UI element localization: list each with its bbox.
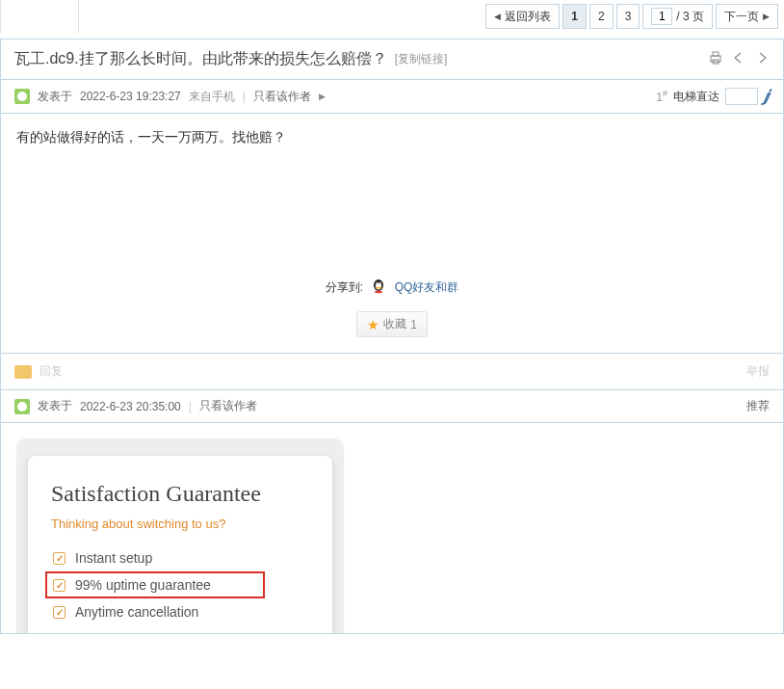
post1-meta-prefix: 发表于 <box>38 89 72 105</box>
satisfaction-item-label: 99% uptime guarantee <box>75 577 211 593</box>
thread-container: 瓦工.dc9.挂了那么长时间。由此带来的损失怎么赔偿？ [复制链接] 发表于 2… <box>0 39 784 634</box>
page-goto-input[interactable] <box>651 8 672 25</box>
post2-body: Satisfaction Guarantee Thinking about sw… <box>1 423 783 633</box>
post1-content: 有的站做得好的话，一天一万两万。找他赔？ <box>16 129 768 146</box>
satisfaction-image: Satisfaction Guarantee Thinking about sw… <box>16 438 344 633</box>
share-label: 分享到: <box>326 280 363 294</box>
satisfaction-title: Satisfaction Guarantee <box>51 481 309 507</box>
favorite-button[interactable]: ★ 收藏1 <box>356 311 428 337</box>
post1-from-mobile: 来自手机 <box>189 89 235 105</box>
svg-point-7 <box>377 283 378 284</box>
thread-title-row: 瓦工.dc9.挂了那么长时间。由此带来的损失怎么赔偿？ [复制链接] <box>1 40 783 80</box>
share-row: 分享到: QQ好友和群 <box>1 249 783 311</box>
report-link[interactable]: 举报 <box>746 363 770 380</box>
divider: | <box>243 90 246 103</box>
recommend-badge[interactable]: 推荐 <box>746 398 770 414</box>
page-goto: / 3 页 <box>642 4 713 29</box>
back-to-list-button[interactable]: ◀ 返回列表 <box>485 4 560 29</box>
satisfaction-item-label: Instant setup <box>75 550 152 566</box>
print-icon[interactable] <box>708 50 723 68</box>
satisfaction-item-label: Anytime cancellation <box>75 604 198 620</box>
view-author-only-link[interactable]: 只看该作者 <box>199 398 257 414</box>
avatar-icon[interactable] <box>14 89 30 104</box>
page-2-button[interactable]: 2 <box>589 4 614 29</box>
speech-bubble-icon <box>14 365 32 379</box>
copy-link[interactable]: [复制链接] <box>395 51 448 67</box>
elevator-input[interactable] <box>725 88 758 105</box>
post2-meta-prefix: 发表于 <box>38 398 72 414</box>
star-icon: ★ <box>367 317 379 332</box>
prev-thread-icon[interactable] <box>731 50 746 68</box>
post2-timestamp: 2022-6-23 20:35:00 <box>80 400 181 413</box>
page-3-button[interactable]: 3 <box>616 4 640 29</box>
post1-timestamp: 2022-6-23 19:23:27 <box>80 90 181 103</box>
check-icon: ✓ <box>53 552 65 565</box>
satisfaction-item-highlighted: ✓ 99% uptime guarantee <box>45 571 265 598</box>
divider: | <box>189 400 192 413</box>
qq-icon[interactable] <box>370 278 387 298</box>
triangle-right-icon: ▶ <box>763 5 770 28</box>
post1-body: 有的站做得好的话，一天一万两万。找他赔？ <box>1 114 783 249</box>
qq-share-link[interactable]: QQ好友和群 <box>395 280 459 294</box>
thread-title: 瓦工.dc9.挂了那么长时间。由此带来的损失怎么赔偿？ <box>14 49 387 69</box>
satisfaction-item: ✓ Instant setup <box>51 544 309 571</box>
next-label: 下一页 <box>724 5 759 28</box>
post1-header: 发表于 2022-6-23 19:23:27 来自手机 | 只看该作者 ▶ 1#… <box>1 80 783 114</box>
favorite-label: 收藏 <box>383 316 406 332</box>
svg-rect-1 <box>713 52 719 56</box>
satisfaction-item: ✓ Anytime cancellation <box>51 598 309 625</box>
floor-number: 1# <box>656 89 667 104</box>
svg-point-9 <box>375 291 382 293</box>
triangle-left-icon: ◀ <box>494 5 501 28</box>
pagination-bar: ◀ 返回列表 1 2 3 / 3 页 下一页 ▶ <box>0 0 784 33</box>
post2-header: 发表于 2022-6-23 20:35:00 | 只看该作者 推荐 <box>1 389 783 423</box>
next-thread-icon[interactable] <box>754 50 770 68</box>
elevator-link[interactable]: 电梯直达 <box>673 89 719 105</box>
svg-point-8 <box>380 283 381 284</box>
favorite-count: 1 <box>410 318 417 331</box>
triangle-right-icon: ▶ <box>319 92 326 101</box>
reply-strip: 回复 举报 <box>1 353 783 389</box>
satisfaction-card: Satisfaction Guarantee Thinking about sw… <box>28 456 332 633</box>
satisfaction-subtitle: Thinking about switching to us? <box>51 517 309 531</box>
check-icon: ✓ <box>53 606 65 619</box>
page-1-button[interactable]: 1 <box>562 4 587 29</box>
check-icon: ✓ <box>53 579 65 592</box>
favorite-row: ★ 收藏1 <box>1 311 783 353</box>
avatar-icon[interactable] <box>14 399 30 414</box>
view-author-only-link[interactable]: 只看该作者 <box>253 89 311 105</box>
next-page-button[interactable]: 下一页 ▶ <box>716 4 778 29</box>
reply-link[interactable]: 回复 <box>39 363 63 380</box>
ladder-icon[interactable]: ⅉ <box>764 90 770 103</box>
back-label: 返回列表 <box>505 5 551 28</box>
page-total-label: / 3 页 <box>676 5 704 28</box>
